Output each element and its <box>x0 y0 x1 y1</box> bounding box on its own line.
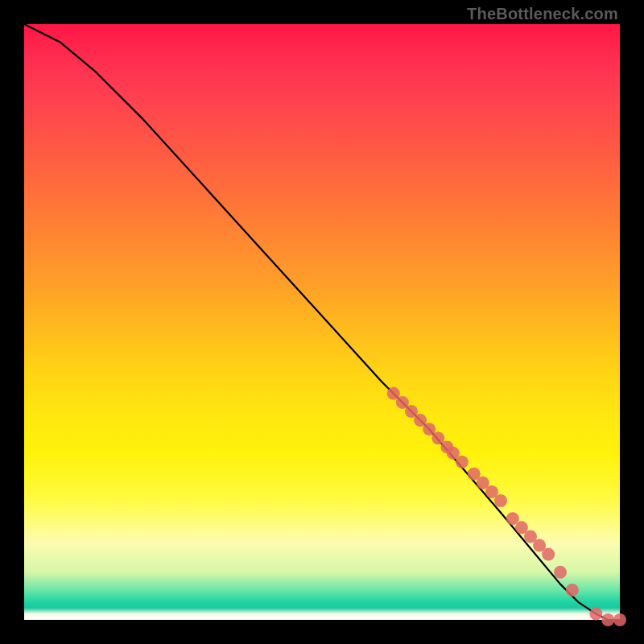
watermark-text: TheBottleneck.com <box>467 5 618 23</box>
marker-dot <box>554 566 567 579</box>
plot-area <box>24 24 620 620</box>
chart-frame: TheBottleneck.com <box>0 0 644 644</box>
marker-dot <box>601 613 614 626</box>
marker-dot <box>456 456 469 469</box>
marker-group <box>387 387 626 626</box>
marker-dot <box>494 494 507 507</box>
marker-dot <box>613 613 626 626</box>
marker-dot <box>542 548 555 561</box>
chart-overlay <box>24 24 620 620</box>
marker-dot <box>566 584 579 597</box>
marker-dot <box>589 608 602 621</box>
